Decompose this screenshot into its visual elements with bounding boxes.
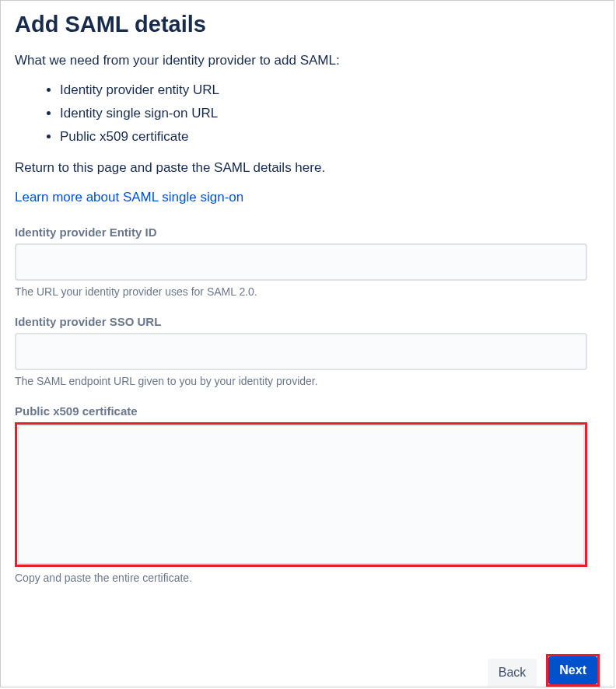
next-button-highlight: Next [546, 654, 600, 687]
entity-id-field-group: Identity provider Entity ID The URL your… [15, 226, 600, 298]
requirements-list: Identity provider entity URL Identity si… [15, 82, 600, 145]
certificate-field-group: Public x509 certificate Copy and paste t… [15, 404, 600, 584]
sso-url-help: The SAML endpoint URL given to you by yo… [15, 375, 600, 387]
entity-id-input[interactable] [15, 243, 587, 281]
saml-details-panel: Add SAML details What we need from your … [0, 0, 614, 687]
intro-text: What we need from your identity provider… [15, 53, 600, 68]
list-item: Public x509 certificate [60, 129, 600, 145]
entity-id-help: The URL your identity provider uses for … [15, 285, 600, 298]
learn-more-link[interactable]: Learn more about SAML single sign-on [15, 190, 243, 205]
certificate-label: Public x509 certificate [15, 404, 600, 418]
next-button[interactable]: Next [548, 656, 597, 684]
return-text: Return to this page and paste the SAML d… [15, 160, 600, 176]
certificate-input[interactable] [17, 425, 585, 565]
sso-url-field-group: Identity provider SSO URL The SAML endpo… [15, 315, 600, 387]
entity-id-label: Identity provider Entity ID [15, 226, 600, 239]
page-title: Add SAML details [15, 12, 600, 37]
certificate-highlight [15, 422, 587, 567]
back-button[interactable]: Back [488, 659, 537, 687]
sso-url-input[interactable] [15, 333, 587, 370]
list-item: Identity single sign-on URL [60, 106, 600, 121]
list-item: Identity provider entity URL [60, 82, 600, 98]
button-row: Back Next [488, 654, 600, 687]
certificate-help: Copy and paste the entire certificate. [15, 572, 600, 584]
sso-url-label: Identity provider SSO URL [15, 315, 600, 328]
